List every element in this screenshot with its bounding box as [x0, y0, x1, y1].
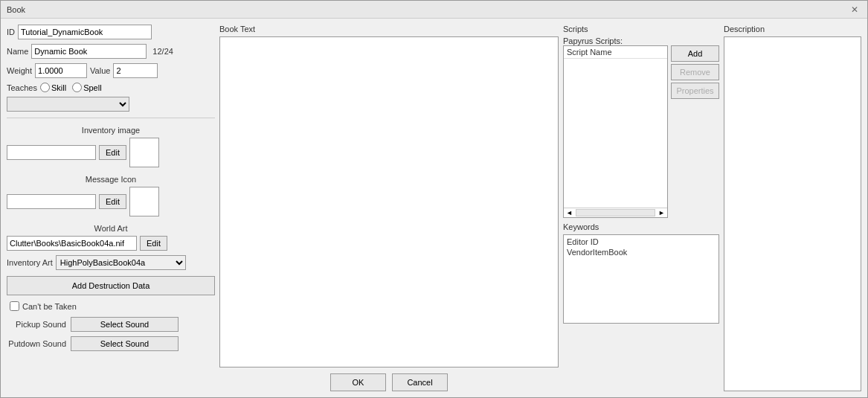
pickup-sound-row: Pickup Sound Select Sound	[7, 317, 215, 332]
name-input[interactable]	[31, 44, 147, 59]
bottom-buttons: OK Cancel	[219, 373, 559, 391]
description-area[interactable]	[724, 36, 861, 391]
weight-value-row: Weight Value	[7, 63, 215, 78]
papyrus-label: Papyrus Scripts:	[563, 36, 719, 45]
putdown-sound-btn[interactable]: Select Sound	[71, 336, 179, 351]
putdown-sound-label: Putdown Sound	[7, 339, 66, 348]
cancel-button[interactable]: Cancel	[392, 373, 448, 391]
skill-label: Skill	[51, 83, 66, 92]
message-icon-label: Message Icon	[7, 175, 215, 184]
script-name-col: Script Name	[564, 46, 667, 59]
scripts-title: Scripts	[563, 25, 719, 33]
spell-radio[interactable]	[72, 83, 82, 92]
weight-input[interactable]	[35, 63, 87, 78]
scroll-track[interactable]	[576, 209, 655, 216]
skill-radio[interactable]	[40, 83, 50, 92]
message-icon-preview	[129, 187, 159, 216]
scripts-list-scroll[interactable]	[564, 59, 667, 208]
skill-radio-label[interactable]: Skill	[40, 83, 66, 92]
world-art-row: Edit	[7, 236, 215, 251]
book-text-area[interactable]	[219, 36, 559, 367]
inventory-image-preview	[129, 138, 159, 167]
message-icon-edit-btn[interactable]: Edit	[99, 194, 126, 209]
cant-be-taken-label: Can't be Taken	[22, 302, 77, 311]
world-art-edit-btn[interactable]: Edit	[140, 236, 167, 251]
char-count: 12/24	[152, 47, 173, 56]
scripts-add-btn[interactable]: Add	[671, 45, 719, 62]
scripts-scrollbar: ◄ ►	[564, 208, 667, 217]
teaches-row: Teaches Skill Spell	[7, 83, 215, 92]
scripts-section: Scripts Papyrus Scripts: Script Name ◄ ►…	[563, 25, 719, 218]
inventory-art-row: Inventory Art HighPolyBasicBook04a	[7, 255, 215, 270]
ok-button[interactable]: OK	[330, 373, 386, 391]
inventory-image-row: Edit	[7, 138, 215, 167]
scripts-inner: Script Name ◄ ► Add Remove Properties	[563, 45, 719, 218]
teaches-dropdown[interactable]	[7, 97, 129, 112]
spell-label: Spell	[83, 83, 101, 92]
keywords-list: Editor ID VendorItemBook	[563, 234, 719, 324]
add-destruction-btn[interactable]: Add Destruction Data	[7, 276, 215, 295]
name-row: Name 12/24	[7, 44, 215, 59]
pickup-sound-btn[interactable]: Select Sound	[71, 317, 179, 332]
id-label: ID	[7, 28, 15, 36]
inventory-art-label: Inventory Art	[7, 258, 53, 267]
scripts-properties-btn[interactable]: Properties	[671, 83, 719, 99]
cant-be-taken-row: Can't be Taken	[7, 301, 215, 311]
world-art-label: World Art	[7, 224, 215, 233]
putdown-sound-row: Putdown Sound Select Sound	[7, 336, 215, 351]
keywords-title: Keywords	[563, 222, 719, 231]
scripts-buttons: Add Remove Properties	[671, 45, 719, 218]
inventory-image-label: Inventory image	[7, 126, 215, 135]
window-body: ID Name 12/24 Weight Value Teaches	[1, 19, 867, 397]
book-window: Book ✕ ID Name 12/24 Weight Value	[0, 0, 868, 398]
scripts-remove-btn[interactable]: Remove	[671, 64, 719, 80]
name-label: Name	[7, 47, 28, 56]
message-icon-row: Edit	[7, 187, 215, 216]
teaches-radio-group: Skill Spell	[40, 83, 102, 92]
teaches-dropdown-row	[7, 97, 215, 112]
scroll-left-arrow[interactable]: ◄	[565, 209, 574, 216]
inventory-image-input[interactable]	[7, 145, 96, 160]
keywords-section: Keywords Editor ID VendorItemBook	[563, 222, 719, 324]
value-label: Value	[90, 66, 110, 75]
value-input[interactable]	[113, 63, 158, 78]
left-panel: ID Name 12/24 Weight Value Teaches	[7, 25, 215, 391]
title-bar: Book ✕	[1, 1, 867, 19]
message-icon-input[interactable]	[7, 194, 96, 209]
description-title: Description	[724, 25, 861, 33]
middle-panel: Book Text OK Cancel	[219, 25, 559, 391]
inventory-art-select[interactable]: HighPolyBasicBook04a	[56, 255, 186, 270]
world-art-input[interactable]	[7, 236, 137, 251]
spell-radio-label[interactable]: Spell	[72, 83, 101, 92]
scripts-panel: Scripts Papyrus Scripts: Script Name ◄ ►…	[563, 25, 719, 391]
scripts-list: Script Name ◄ ►	[563, 45, 668, 218]
close-button[interactable]: ✕	[848, 4, 861, 15]
pickup-sound-label: Pickup Sound	[7, 320, 66, 329]
window-title: Book	[7, 5, 25, 14]
book-text-title: Book Text	[219, 25, 559, 33]
teaches-label: Teaches	[7, 83, 37, 92]
description-panel: Description	[724, 25, 861, 391]
id-input[interactable]	[18, 25, 152, 39]
inventory-image-edit-btn[interactable]: Edit	[99, 145, 126, 160]
scroll-right-arrow[interactable]: ►	[657, 209, 666, 216]
keyword-item-editor-id: Editor ID	[565, 237, 717, 247]
weight-label: Weight	[7, 66, 32, 75]
id-row: ID	[7, 25, 215, 39]
cant-be-taken-checkbox[interactable]	[10, 301, 19, 311]
keyword-item-vendor: VendorItemBook	[565, 247, 717, 257]
